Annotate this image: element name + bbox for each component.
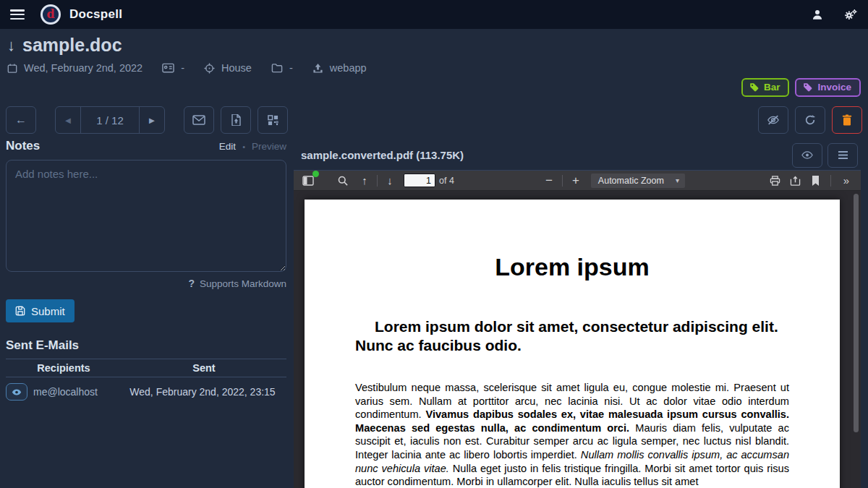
- previous-page-button[interactable]: ↑: [356, 173, 373, 189]
- item-date: Wed, February 2nd, 2022: [24, 62, 142, 74]
- viewer-scrollbar[interactable]: [854, 194, 859, 432]
- item-folder: -: [289, 62, 293, 74]
- menu-icon[interactable]: [10, 9, 25, 20]
- folder-icon: [271, 63, 283, 73]
- col-recipients: Recipients: [6, 362, 122, 374]
- view-mail-button[interactable]: [6, 383, 27, 401]
- app-title: Docspell: [69, 7, 122, 22]
- pdf-panel-header: sample.converted.pdf (113.75K): [294, 140, 861, 171]
- mail-sent-date: Wed, February 2nd, 2022, 23:15: [119, 386, 286, 398]
- download-arrow-icon: ↓: [7, 36, 15, 55]
- pdf-document-subtitle: Lorem ipsum dolor sit amet, consectetur …: [355, 317, 789, 355]
- tag-invoice[interactable]: Invoice: [795, 78, 861, 97]
- item-correspondent: -: [181, 62, 184, 74]
- pdf-panel: sample.converted.pdf (113.75K) ↑: [294, 140, 861, 488]
- zoom-out-button[interactable]: −: [540, 174, 558, 188]
- sent-emails-heading: Sent E-Mails: [6, 338, 286, 353]
- save-icon: [15, 306, 25, 316]
- next-page-button[interactable]: ►: [140, 107, 164, 133]
- notes-heading: Notes: [6, 139, 40, 153]
- eye-icon: [801, 150, 813, 160]
- user-icon[interactable]: [810, 7, 825, 22]
- calendar-icon: [7, 63, 17, 74]
- upload-icon: [312, 63, 323, 74]
- mail-recipient: me@localhost: [33, 386, 119, 398]
- search-icon: [338, 176, 348, 186]
- list-icon: [838, 150, 848, 160]
- send-mail-button[interactable]: [184, 106, 214, 134]
- delete-button[interactable]: [832, 106, 862, 134]
- add-files-button[interactable]: [221, 106, 251, 134]
- envelope-icon: [192, 115, 205, 125]
- notes-input[interactable]: [6, 160, 286, 272]
- sent-email-row: me@localhost Wed, February 2nd, 2022, 23…: [6, 377, 286, 405]
- item-title: sample.doc: [22, 35, 122, 56]
- item-source: webapp: [330, 62, 367, 74]
- crosshairs-icon: [204, 63, 215, 74]
- trash-icon: [842, 114, 852, 126]
- tag-icon: [803, 82, 812, 92]
- reprocess-button[interactable]: [795, 106, 825, 134]
- sidebar-toggle-button[interactable]: [299, 173, 317, 189]
- pdfjs-toolbar: ↑ ↓ of 4 − + Automatic Zoom ▾: [294, 171, 861, 191]
- page-count-label: of 4: [439, 176, 454, 186]
- question-icon: ?: [188, 278, 195, 289]
- address-card-icon: [162, 63, 174, 73]
- redo-icon: [804, 114, 816, 126]
- download-icon: [790, 176, 801, 186]
- left-sidebar: Notes Edit • Preview ? Supports Markdown…: [6, 139, 286, 405]
- arrow-down-icon: ↓: [387, 174, 393, 187]
- print-icon: [770, 176, 780, 186]
- next-page-button-viewer[interactable]: ↓: [381, 173, 399, 189]
- tags-row: Bar Invoice: [741, 78, 861, 97]
- arrow-up-icon: ↑: [362, 174, 367, 187]
- qr-code-button[interactable]: [258, 106, 288, 134]
- zoom-level-select[interactable]: Automatic Zoom ▾: [591, 174, 685, 188]
- top-navbar: d Docspell: [0, 0, 868, 29]
- preview-toggle-button[interactable]: [792, 143, 822, 168]
- sent-emails-table: Recipients Sent me@localhost Wed, Februa…: [6, 359, 286, 405]
- pdf-page: Lorem ipsum Lorem ipsum dolor sit amet, …: [305, 200, 840, 488]
- chevron-double-right-icon: »: [843, 174, 849, 187]
- docspell-logo-icon[interactable]: d: [41, 4, 61, 25]
- page-nav-group: ◄ 1 / 12 ►: [55, 106, 165, 134]
- prev-page-button[interactable]: ◄: [56, 107, 80, 133]
- item-header: ↓ sample.doc Wed, February 2nd, 2022 - H…: [7, 35, 367, 74]
- bookmark-icon: [812, 176, 820, 186]
- unconfirm-button[interactable]: [758, 106, 788, 134]
- back-button[interactable]: ←: [6, 106, 36, 134]
- file-menu-button[interactable]: [827, 143, 858, 168]
- sidebar-notification-dot: [312, 171, 319, 177]
- markdown-hint: Supports Markdown: [200, 278, 286, 289]
- pdf-viewer-area[interactable]: Lorem ipsum Lorem ipsum dolor sit amet, …: [294, 191, 861, 488]
- docspell-app: d Docspell: [0, 0, 868, 488]
- qr-code-icon: [268, 115, 278, 126]
- col-sent: Sent: [122, 362, 286, 374]
- pdf-paragraph: Vestibulum neque massa, scelerisque sit …: [355, 381, 789, 488]
- find-button[interactable]: [334, 173, 352, 189]
- notes-edit-link[interactable]: Edit: [219, 141, 236, 152]
- bookmark-button[interactable]: [807, 173, 824, 189]
- pdf-document-title: Lorem ipsum: [305, 253, 840, 281]
- tag-icon: [749, 82, 759, 92]
- item-concerning: House: [221, 62, 252, 74]
- notes-preview-link[interactable]: Preview: [252, 141, 286, 152]
- file-upload-icon: [231, 114, 241, 126]
- zoom-in-button[interactable]: +: [566, 174, 585, 188]
- download-button[interactable]: [786, 173, 804, 189]
- page-number-input[interactable]: [404, 174, 435, 187]
- print-button[interactable]: [766, 173, 783, 189]
- chevron-down-icon: ▾: [676, 176, 679, 184]
- item-toolbar: ← ◄ 1 / 12 ►: [6, 106, 862, 134]
- pdf-file-label: sample.converted.pdf (113.75K): [301, 149, 464, 161]
- dot-separator: •: [242, 142, 245, 151]
- eye-slash-icon: [767, 114, 780, 126]
- tag-bar[interactable]: Bar: [741, 78, 790, 97]
- settings-cogs-icon[interactable]: [843, 7, 858, 22]
- submit-button[interactable]: Submit: [6, 299, 75, 322]
- page-indicator: 1 / 12: [80, 107, 140, 133]
- more-tools-button[interactable]: »: [838, 173, 855, 189]
- eye-icon: [12, 388, 22, 396]
